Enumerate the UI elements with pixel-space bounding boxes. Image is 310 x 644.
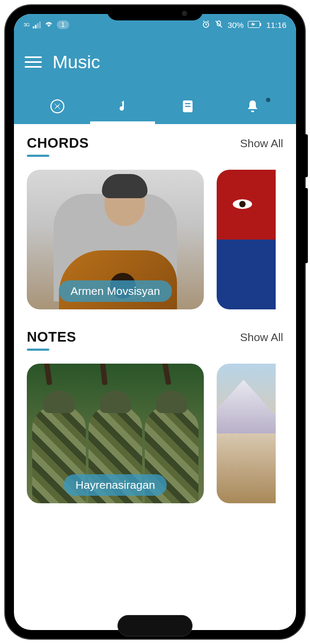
section-title: CHORDS (27, 135, 89, 151)
section-header-chords: CHORDS Show All (27, 135, 296, 151)
content-area: CHORDS Show All Armen Movsisyan (14, 124, 296, 609)
battery-icon (248, 20, 262, 30)
compass-icon (49, 98, 65, 114)
status-left: 3G 1 (24, 20, 69, 30)
signal-icon (33, 21, 41, 28)
tab-music[interactable] (90, 98, 156, 114)
phone-side-button (305, 134, 308, 177)
app-header: Music (14, 35, 296, 124)
notes-card[interactable]: Hayrenasiragan (27, 364, 204, 503)
phone-side-button (305, 188, 308, 263)
active-tab-indicator (90, 121, 156, 124)
tab-explore[interactable] (25, 98, 90, 114)
phone-frame: 3G 1 30% 11:16 (5, 5, 305, 639)
section-underline (27, 155, 49, 157)
phone-notch (107, 5, 203, 20)
network-type: 3G (24, 22, 29, 27)
chords-card-row[interactable]: Armen Movsisyan (27, 170, 296, 309)
card-label: Armen Movsisyan (59, 280, 172, 302)
notes-card-next[interactable] (217, 364, 276, 503)
battery-percent: 30% (227, 20, 243, 30)
show-all-chords-button[interactable]: Show All (240, 137, 283, 150)
alarm-icon (202, 20, 210, 30)
notification-count-badge: 1 (57, 20, 69, 29)
section-underline (27, 349, 49, 351)
section-header-notes: NOTES Show All (27, 329, 296, 345)
chords-card-next[interactable] (217, 170, 276, 309)
book-icon (180, 99, 195, 114)
tab-bar (25, 89, 285, 124)
svg-rect-2 (260, 23, 261, 26)
status-right: 30% 11:16 (202, 20, 286, 30)
menu-button[interactable] (25, 53, 42, 71)
phone-home-button (117, 615, 193, 636)
wifi-icon (44, 20, 54, 30)
section-title: NOTES (27, 329, 76, 345)
card-label: Hayrenasiragan (64, 474, 167, 496)
music-note-icon (114, 98, 130, 114)
mute-icon (215, 20, 223, 30)
page-title: Music (53, 52, 100, 73)
chords-card[interactable]: Armen Movsisyan (27, 170, 204, 309)
tab-notifications[interactable] (220, 99, 286, 114)
svg-rect-6 (185, 103, 190, 104)
bell-icon (245, 99, 260, 114)
show-all-notes-button[interactable]: Show All (240, 331, 283, 344)
clock-time: 11:16 (266, 20, 286, 30)
svg-rect-7 (185, 106, 190, 107)
phone-screen: 3G 1 30% 11:16 (14, 14, 296, 630)
notification-dot (266, 98, 270, 102)
notes-card-row[interactable]: Hayrenasiragan (27, 364, 296, 503)
tab-library[interactable] (155, 99, 220, 114)
